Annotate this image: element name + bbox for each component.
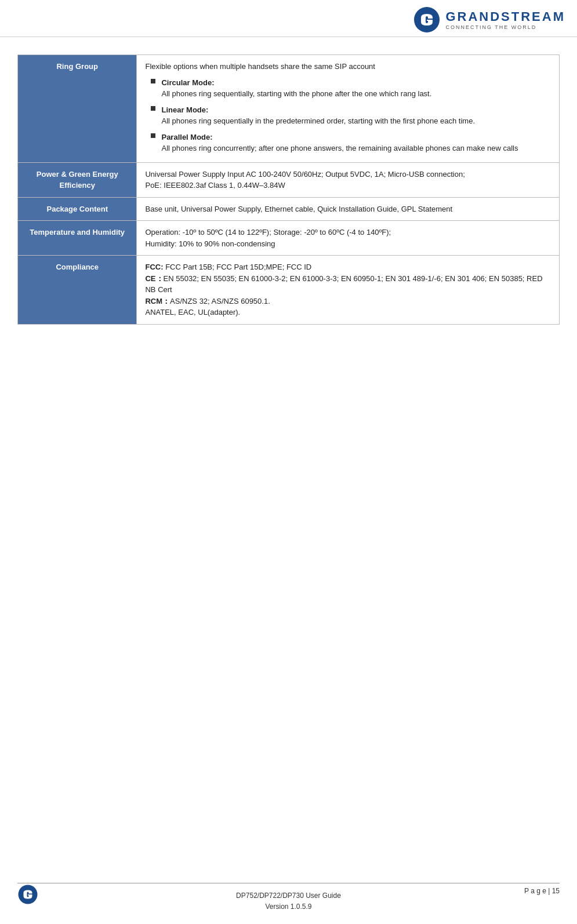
compliance-label: Compliance	[18, 256, 137, 325]
table-row: Package Content Base unit, Universal Pow…	[18, 197, 560, 221]
grandstream-logo-icon	[413, 6, 441, 34]
temp-line2: Humidity: 10% to 90% non-condensing	[145, 238, 551, 250]
temp-content: Operation: -10º to 50ºC (14 to 122ºF); S…	[137, 221, 560, 256]
logo-area: GRANDSTREAM CONNECTING THE WORLD	[413, 6, 565, 34]
page-header: GRANDSTREAM CONNECTING THE WORLD	[0, 0, 577, 37]
bullet-icon	[151, 106, 155, 111]
fcc-label: FCC:	[145, 263, 163, 271]
footer-version: Version 1.0.5.9	[236, 901, 341, 912]
ce-label: CE：	[145, 274, 163, 283]
temp-label: Temperature and Humidity	[18, 221, 137, 256]
ring-group-content: Flexible options when multiple handsets …	[137, 55, 560, 163]
power-label: Power & Green Energy Efficiency	[18, 162, 137, 197]
page-number: P a g e | 15	[524, 887, 560, 895]
main-content: Ring Group Flexible options when multipl…	[0, 37, 577, 336]
power-line2: PoE: IEEE802.3af Class 1, 0.44W–3.84W	[145, 180, 551, 191]
rcm-text: AS/NZS 32; AS/NZS 60950.1.	[170, 297, 270, 305]
footer-divider	[17, 883, 560, 883]
linear-mode-item: Linear Mode: All phones ring sequentiall…	[151, 104, 551, 127]
fcc-text: FCC Part 15B; FCC Part 15D;MPE; FCC ID	[164, 263, 312, 271]
rcm-label: RCM：	[145, 297, 170, 305]
package-text: Base unit, Universal Power Supply, Ether…	[145, 205, 452, 213]
logo-tagline: CONNECTING THE WORLD	[445, 24, 536, 30]
circular-mode-content: Circular Mode: All phones ring sequentia…	[161, 77, 551, 100]
parallel-mode-content: Parallel Mode: All phones ring concurren…	[161, 132, 551, 154]
temp-line1: Operation: -10º to 50ºC (14 to 122ºF); S…	[145, 227, 551, 238]
rcm-line: RCM：AS/NZS 32; AS/NZS 60950.1.	[145, 296, 551, 307]
power-content: Universal Power Supply Input AC 100-240V…	[137, 162, 560, 197]
parallel-mode-item: Parallel Mode: All phones ring concurren…	[151, 132, 551, 154]
bullet-icon	[151, 79, 155, 83]
package-label: Package Content	[18, 197, 137, 221]
fcc-line: FCC: FCC Part 15B; FCC Part 15D;MPE; FCC…	[145, 261, 551, 273]
footer-logo-icon	[17, 884, 38, 905]
logo-text: GRANDSTREAM CONNECTING THE WORLD	[445, 9, 565, 30]
circular-mode-item: Circular Mode: All phones ring sequentia…	[151, 77, 551, 100]
specs-table: Ring Group Flexible options when multipl…	[17, 54, 560, 325]
parallel-mode-desc: All phones ring concurrently; after one …	[161, 144, 518, 152]
linear-mode-label: Linear Mode:	[161, 106, 208, 114]
package-content: Base unit, Universal Power Supply, Ether…	[137, 197, 560, 221]
footer-text: DP752/DP722/DP730 User Guide Version 1.0…	[236, 890, 341, 912]
page-footer: DP752/DP722/DP730 User Guide Version 1.0…	[0, 890, 577, 912]
compliance-content: FCC: FCC Part 15B; FCC Part 15D;MPE; FCC…	[137, 256, 560, 325]
circular-mode-label: Circular Mode:	[161, 78, 214, 87]
table-row: Temperature and Humidity Operation: -10º…	[18, 221, 560, 256]
logo-name: GRANDSTREAM	[445, 9, 565, 24]
anatel-line: ANATEL, EAC, UL(adapter).	[145, 307, 551, 318]
table-row: Compliance FCC: FCC Part 15B; FCC Part 1…	[18, 256, 560, 325]
ce-line: CE：EN 55032; EN 55035; EN 61000-3-2; EN …	[145, 273, 551, 296]
linear-mode-desc: All phones ring sequentially in the pred…	[161, 117, 475, 125]
footer-doc-title: DP752/DP722/DP730 User Guide	[236, 890, 341, 901]
linear-mode-content: Linear Mode: All phones ring sequentiall…	[161, 104, 551, 127]
bullet-icon	[151, 133, 155, 138]
ring-group-intro: Flexible options when multiple handsets …	[145, 61, 551, 72]
power-line1: Universal Power Supply Input AC 100-240V…	[145, 169, 551, 180]
circular-mode-desc: All phones ring sequentially, starting w…	[161, 89, 431, 98]
ring-group-label: Ring Group	[18, 55, 137, 163]
table-row: Power & Green Energy Efficiency Universa…	[18, 162, 560, 197]
parallel-mode-label: Parallel Mode:	[161, 133, 212, 141]
table-row: Ring Group Flexible options when multipl…	[18, 55, 560, 163]
ce-text: EN 55032; EN 55035; EN 61000-3-2; EN 610…	[145, 274, 542, 294]
footer-logo	[17, 884, 38, 907]
